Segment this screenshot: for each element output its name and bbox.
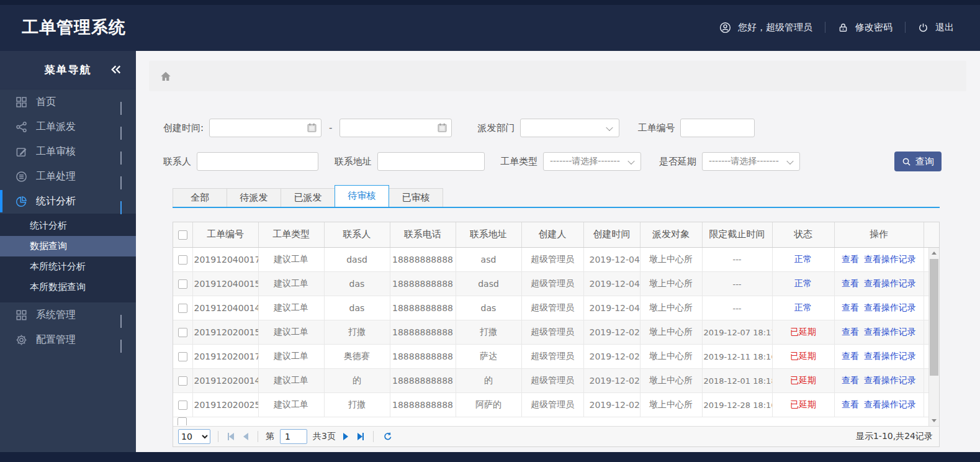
sidebar-subitem-统计分析[interactable]: 统计分析 (0, 215, 136, 236)
row-checkbox[interactable] (178, 255, 187, 265)
view-link[interactable]: 查看 (842, 351, 859, 361)
sidebar-subitem-本所数据查询[interactable]: 本所数据查询 (0, 277, 136, 297)
view-link[interactable]: 查看 (842, 302, 859, 312)
table-row[interactable]: 201912020015C建议工单打撒18888888888打撒超级管理员201… (173, 320, 928, 345)
dispatch-dept-select[interactable] (520, 119, 619, 137)
view-log-link[interactable]: 查看操作记录 (864, 302, 916, 312)
view-log-link[interactable]: 查看操作记录 (864, 399, 916, 409)
cell-actions: 查看查看操作记录 (834, 320, 924, 345)
page-size-select[interactable]: 10 (178, 429, 210, 444)
table-row[interactable]: 201912040014C建议工单das18888888888das超级管理员2… (173, 296, 928, 320)
row-checkbox[interactable] (178, 376, 187, 386)
row-checkbox[interactable] (178, 401, 187, 410)
prev-page-button[interactable] (241, 433, 250, 440)
column-header-联系电话[interactable]: 联系电话 (390, 222, 456, 247)
refresh-icon[interactable] (381, 432, 395, 442)
collapse-sidebar-icon[interactable] (110, 63, 122, 76)
view-link[interactable]: 查看 (842, 327, 859, 337)
change-password-link[interactable]: 修改密码 (838, 22, 892, 34)
chevron-down-icon (627, 158, 634, 165)
view-log-link[interactable]: 查看操作记录 (864, 351, 916, 361)
tab-已派发[interactable]: 已派发 (281, 188, 335, 207)
tab-已审核[interactable]: 已审核 (389, 188, 443, 207)
order-type-label: 工单类型 (500, 156, 537, 168)
table-row[interactable]: 201912040017C建议工单dasd18888888888asd超级管理员… (173, 248, 928, 272)
date-from-input[interactable] (209, 119, 321, 137)
scroll-up-icon[interactable] (929, 248, 939, 258)
last-page-button[interactable] (356, 433, 366, 440)
view-link[interactable]: 查看 (842, 254, 859, 264)
status-badge: 已延期 (772, 320, 834, 345)
view-link[interactable]: 查看 (842, 278, 859, 288)
total-pages-label: 共3页 (313, 431, 336, 442)
table-row[interactable]: 201912020014C建议工单的18888888888的超级管理员2019-… (173, 369, 928, 393)
row-checkbox[interactable] (178, 352, 187, 361)
column-header-工单类型[interactable]: 工单类型 (258, 222, 324, 247)
column-header-创建人[interactable]: 创建人 (521, 222, 583, 247)
view-link[interactable]: 查看 (842, 375, 859, 385)
row-checkbox[interactable] (178, 417, 187, 425)
cell-filler (924, 369, 928, 393)
table-row[interactable]: 201912040015C建议工单das18888888888dasd超级管理员… (173, 272, 928, 296)
first-page-button[interactable] (226, 433, 236, 440)
sidebar-item-首页[interactable]: 首页 (0, 89, 136, 114)
sidebar-subitem-本所统计分析[interactable]: 本所统计分析 (0, 256, 136, 277)
calendar-icon[interactable] (307, 122, 317, 133)
sidebar-item-工单审核[interactable]: 工单审核 (0, 139, 136, 164)
row-checkbox[interactable] (178, 279, 187, 289)
contact-input[interactable] (197, 152, 318, 171)
home-icon[interactable] (160, 70, 172, 83)
sidebar-item-工单处理[interactable]: 工单处理 (0, 164, 136, 189)
vertical-scrollbar[interactable] (928, 248, 939, 426)
cell-order-no: 201912040017C (192, 248, 258, 272)
next-page-button[interactable] (341, 433, 350, 440)
row-checkbox[interactable] (178, 304, 187, 313)
column-header-操作[interactable]: 操作 (834, 222, 924, 247)
date-to-input[interactable] (339, 119, 452, 137)
view-log-link[interactable]: 查看操作记录 (864, 254, 916, 264)
active-accent-bar (0, 116, 2, 138)
column-header-创建时间[interactable]: 创建时间 (583, 222, 640, 247)
column-header-工单编号[interactable]: 工单编号 (192, 222, 258, 247)
column-header-派发对象[interactable]: 派发对象 (640, 222, 702, 247)
select-all-checkbox[interactable] (178, 230, 187, 240)
table-row[interactable]: 201912020025C建议工单打撒18888888888阿萨的超级管理员20… (173, 393, 928, 417)
cell-contact: das (324, 272, 390, 296)
column-header-联系地址[interactable]: 联系地址 (456, 222, 521, 247)
logout-link[interactable]: 退出 (918, 22, 954, 34)
breadcrumb (149, 61, 966, 91)
overdue-select[interactable]: -------请选择------- (702, 152, 800, 171)
order-no-input[interactable] (680, 119, 755, 137)
address-input[interactable] (377, 152, 485, 171)
sidebar-item-统计分析[interactable]: 统计分析 (0, 189, 136, 214)
view-log-link[interactable]: 查看操作记录 (864, 375, 916, 385)
scroll-down-icon[interactable] (929, 415, 939, 426)
cell-phone: 18888888888 (390, 320, 456, 345)
view-link[interactable]: 查看 (842, 399, 859, 409)
filter-panel: 创建时间: - (163, 119, 980, 171)
scrollbar-thumb[interactable] (930, 259, 938, 376)
chevron-down-icon (120, 152, 122, 163)
table-row[interactable]: 201912020017C建议工单奥德赛18888888888萨达超级管理员20… (173, 345, 928, 369)
user-greeting[interactable]: 您好，超级管理员 (719, 22, 812, 34)
column-header-联系人[interactable]: 联系人 (324, 222, 390, 247)
sidebar-item-配置管理[interactable]: 配置管理 (0, 327, 136, 352)
cell-created-time: 2019-12-04 15 (583, 248, 640, 272)
view-log-link[interactable]: 查看操作记录 (864, 278, 916, 288)
tab-全部[interactable]: 全部 (173, 188, 227, 207)
order-type-select[interactable]: -------请选择------- (543, 152, 641, 171)
page-number-input[interactable] (280, 429, 307, 444)
sidebar-subitem-数据查询[interactable]: 数据查询 (0, 236, 136, 256)
column-header-限定截止时间[interactable]: 限定截止时间 (702, 222, 772, 247)
sidebar-item-系统管理[interactable]: 系统管理 (0, 302, 136, 327)
column-header-状态[interactable]: 状态 (772, 222, 834, 247)
sidebar-item-工单派发[interactable]: 工单派发 (0, 114, 136, 139)
cell-deadline: --- (702, 248, 772, 272)
cell-type: 建议工单 (258, 296, 324, 320)
view-log-link[interactable]: 查看操作记录 (864, 327, 916, 337)
calendar-icon[interactable] (437, 122, 447, 133)
tab-待审核[interactable]: 待审核 (335, 185, 389, 207)
row-checkbox[interactable] (178, 328, 187, 337)
tab-待派发[interactable]: 待派发 (227, 188, 281, 207)
search-button[interactable]: 查询 (894, 152, 942, 171)
